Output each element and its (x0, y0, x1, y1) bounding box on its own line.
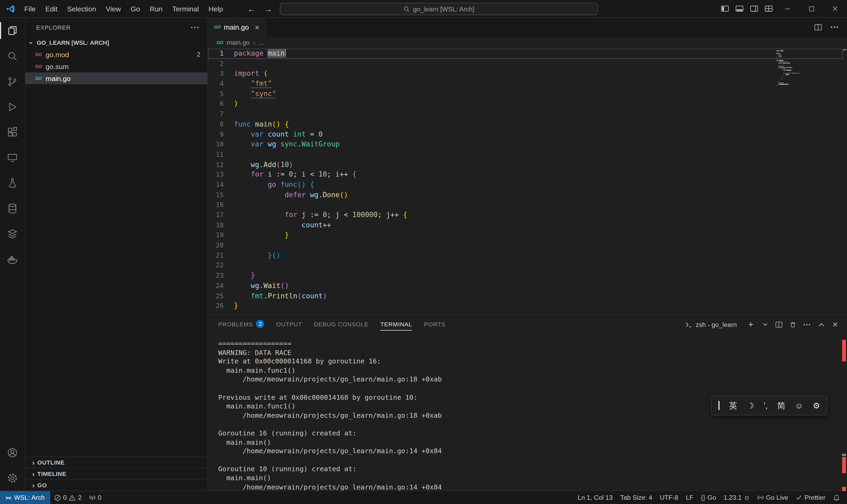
history-forward-icon[interactable]: → (264, 4, 272, 13)
code-line[interactable]: 17 for j := 0; j < 100000; j++ { (208, 210, 843, 220)
explorer-section-header[interactable]: › GO_LEARN [WSL: ARCH] (25, 37, 208, 49)
code-line[interactable]: 12 wg.Add(10) (208, 160, 843, 170)
ime-simplified-icon[interactable]: 简 (777, 401, 785, 410)
code-line[interactable]: 10 var wg sync.WaitGroup (208, 140, 843, 149)
code-line[interactable]: 21 }() (208, 250, 843, 260)
encoding-status[interactable]: UTF-8 (656, 494, 682, 501)
code-line[interactable]: 6) (208, 99, 843, 109)
problems-status[interactable]: 0 2 (50, 494, 85, 501)
code-editor[interactable]: 1package main23import (4 "fmt"5 "sync"6)… (208, 49, 847, 314)
outline-section[interactable]: › OUTLINE (25, 456, 208, 468)
menu-view[interactable]: View (101, 0, 126, 17)
notifications-bell[interactable] (829, 494, 844, 501)
activity-database[interactable] (0, 196, 25, 221)
eol-status[interactable]: LF (682, 494, 697, 501)
activity-settings[interactable] (0, 465, 25, 490)
split-terminal-icon[interactable] (773, 319, 784, 330)
code-line[interactable]: 1package main (208, 49, 843, 59)
panel-tab-debug-console[interactable]: DEBUG CONSOLE (314, 315, 368, 334)
menu-go[interactable]: Go (126, 0, 145, 17)
code-line[interactable]: 15 defer wg.Done() (208, 190, 843, 200)
code-line[interactable]: 26} (208, 301, 843, 311)
code-line[interactable]: 24 wg.Wait() (208, 281, 843, 291)
panel-tab-output[interactable]: OUTPUT (276, 315, 302, 334)
menu-edit[interactable]: Edit (40, 0, 62, 17)
code-line[interactable]: 16 (208, 200, 843, 210)
minimap[interactable] (776, 50, 840, 87)
menu-help[interactable]: Help (204, 0, 228, 17)
code-line[interactable]: 23 } (208, 271, 843, 281)
activity-docker[interactable] (0, 247, 25, 272)
activity-accounts[interactable] (0, 440, 25, 465)
indentation-status[interactable]: Tab Size: 4 (616, 494, 656, 501)
go-section[interactable]: › GO (25, 479, 208, 490)
activity-remote-explorer[interactable] (0, 145, 25, 170)
activity-testing[interactable] (0, 170, 25, 196)
code-line[interactable]: 20 (208, 240, 843, 250)
activity-layers[interactable] (0, 221, 25, 247)
ime-language-icon[interactable]: 英 (729, 401, 737, 410)
file-row-main-go[interactable]: GO main.go (25, 72, 208, 84)
activity-source-control[interactable] (0, 69, 25, 94)
overview-ruler[interactable] (842, 49, 847, 314)
toggle-secondary-sidebar-icon[interactable] (746, 0, 761, 17)
command-center[interactable]: go_learn [WSL: Arch] (280, 3, 598, 15)
editor-actions-icon[interactable]: ··· (830, 22, 839, 32)
terminal-instance-chip[interactable]: zsh - go_learn (685, 321, 737, 328)
breadcrumb-symbol[interactable]: … (258, 39, 265, 47)
code-line[interactable]: 3import ( (208, 69, 843, 79)
code-line[interactable]: 22 (208, 261, 843, 271)
cursor-position[interactable]: Ln 1, Col 13 (574, 494, 616, 501)
menu-terminal[interactable]: Terminal (167, 0, 204, 17)
prettier-status[interactable]: Prettier (792, 494, 829, 501)
file-row-go-sum[interactable]: GO go.sum (25, 60, 208, 73)
breadcrumb-file[interactable]: main.go (227, 39, 250, 47)
tab-main-go[interactable]: GO main.go × (208, 18, 266, 37)
activity-explorer[interactable] (0, 18, 25, 43)
ime-emoji-icon[interactable]: ☺ (795, 401, 803, 410)
code-line[interactable]: 25 fmt.Println(count) (208, 291, 843, 301)
go-live-button[interactable]: Go Live (754, 494, 792, 501)
menu-run[interactable]: Run (145, 0, 167, 17)
new-terminal-icon[interactable]: + (745, 319, 756, 330)
activity-extensions[interactable] (0, 120, 25, 145)
toggle-panel-icon[interactable] (732, 0, 746, 17)
panel-tab-problems[interactable]: PROBLEMS2 (218, 315, 264, 334)
window-minimize-button[interactable] (776, 0, 799, 17)
file-row-go-mod[interactable]: GO go.mod 2 (25, 49, 208, 60)
menu-selection[interactable]: Selection (62, 0, 101, 17)
code-line[interactable]: 8func main() { (208, 120, 843, 129)
close-panel-icon[interactable]: × (830, 319, 841, 330)
activity-run-debug[interactable] (0, 94, 25, 120)
code-line[interactable]: 14 go func() { (208, 180, 843, 190)
code-line[interactable]: 11 (208, 149, 843, 160)
ime-punctuation-icon[interactable]: ’, (763, 401, 768, 410)
panel-tab-terminal[interactable]: TERMINAL (380, 315, 412, 334)
code-line[interactable]: 18 count++ (208, 220, 843, 230)
menu-file[interactable]: File (19, 0, 40, 17)
code-line[interactable]: 7 (208, 109, 843, 120)
remote-indicator[interactable]: >< WSL: Arch (0, 491, 50, 504)
code-line[interactable]: 13 for i := 0; i < 10; i++ { (208, 170, 843, 180)
panel-more-actions-icon[interactable]: ··· (802, 319, 813, 330)
window-close-button[interactable] (823, 0, 847, 17)
code-line[interactable]: 2 (208, 59, 843, 69)
language-mode[interactable]: {} Go (697, 494, 720, 501)
customize-layout-icon[interactable] (761, 0, 776, 17)
code-line[interactable]: 4 "fmt" (208, 79, 843, 89)
ime-settings-gear-icon[interactable]: ⚙ (813, 401, 820, 410)
ports-status[interactable]: 0 (86, 494, 105, 501)
go-version-status[interactable]: 1.23.1 (720, 494, 754, 501)
code-line[interactable]: 19 } (208, 230, 843, 240)
split-editor-icon[interactable] (814, 23, 823, 32)
panel-tab-ports[interactable]: PORTS (424, 315, 446, 334)
activity-search[interactable] (0, 43, 25, 69)
timeline-section[interactable]: › TIMELINE (25, 468, 208, 479)
code-line[interactable]: 5 "sync" (208, 89, 843, 99)
kill-terminal-icon[interactable] (788, 319, 798, 330)
history-back-icon[interactable]: ← (248, 4, 256, 13)
explorer-actions-icon[interactable]: ··· (191, 23, 200, 32)
toggle-primary-sidebar-icon[interactable] (717, 0, 732, 17)
maximize-panel-icon[interactable] (816, 319, 827, 330)
code-line[interactable]: 9 var count int = 0 (208, 129, 843, 140)
